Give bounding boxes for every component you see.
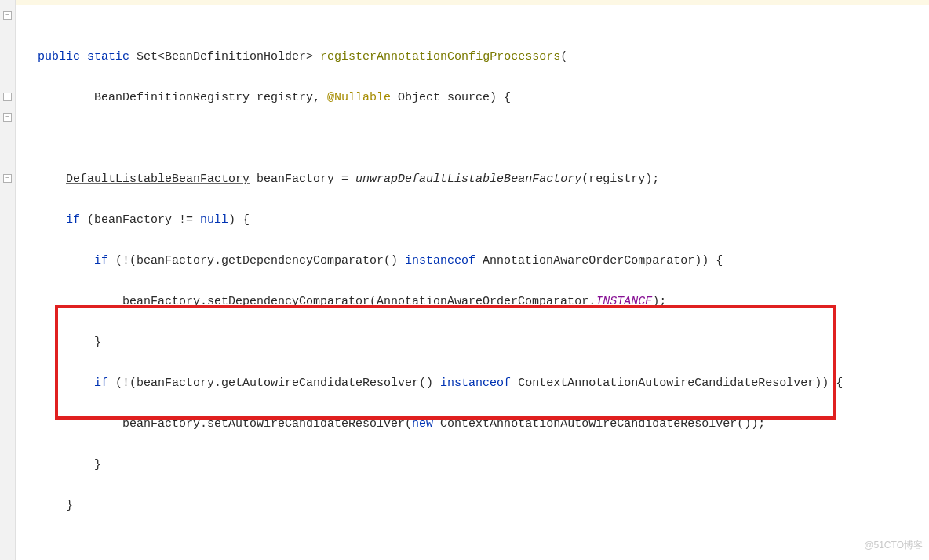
indent — [38, 213, 66, 227]
code-editor[interactable]: – – – – public static Set<BeanDefinition… — [0, 0, 929, 560]
code-line[interactable]: if (!(beanFactory.getDependencyComparato… — [38, 251, 929, 271]
indent — [38, 295, 122, 308]
indent — [38, 91, 94, 104]
keyword: public — [38, 50, 80, 64]
text: ContextAnnotationAutowireCandidateResolv… — [433, 417, 765, 431]
indent — [38, 173, 66, 186]
static-field: INSTANCE — [596, 295, 652, 308]
indent — [38, 336, 94, 349]
method-name: registerAnnotationConfigProcessors — [320, 50, 560, 64]
indent — [38, 417, 122, 431]
code-line[interactable]: beanFactory.setAutowireCandidateResolver… — [38, 414, 929, 435]
text: (beanFactory != — [80, 213, 200, 227]
code-line[interactable]: } — [38, 496, 929, 516]
code-line[interactable]: beanFactory.setDependencyComparator(Anno… — [38, 292, 929, 312]
brace: } — [94, 336, 101, 349]
brace: } — [94, 458, 101, 471]
keyword: new — [412, 417, 433, 431]
gutter: – – – – — [0, 0, 16, 560]
code-line[interactable]: public static Set<BeanDefinitionHolder> … — [38, 47, 929, 67]
text: ); — [652, 295, 666, 308]
annotation: @Nullable — [327, 91, 391, 104]
fold-marker-icon[interactable]: – — [3, 11, 12, 20]
watermark: @51CTO博客 — [864, 535, 923, 555]
keyword: if — [66, 213, 80, 227]
code-area[interactable]: public static Set<BeanDefinitionHolder> … — [16, 0, 929, 560]
code-line[interactable] — [38, 536, 929, 557]
text: ContextAnnotationAutowireCandidateResolv… — [511, 376, 843, 390]
keyword: instanceof — [405, 254, 475, 267]
static-method-call: unwrapDefaultListableBeanFactory — [355, 173, 581, 186]
text: AnnotationAwareOrderComparator)) { — [475, 254, 723, 267]
param: BeanDefinitionRegistry registry, — [94, 91, 327, 104]
code-line[interactable]: } — [38, 455, 929, 475]
code-line[interactable]: DefaultListableBeanFactory beanFactory =… — [38, 169, 929, 190]
text: (registry); — [581, 173, 659, 186]
text: ) { — [228, 213, 250, 227]
text: beanFactory.setAutowireCandidateResolver… — [122, 417, 412, 431]
text: beanFactory.setDependencyComparator(Anno… — [122, 295, 596, 308]
indent — [38, 458, 94, 471]
paren: ( — [560, 50, 567, 64]
text: beanFactory = — [250, 173, 355, 186]
text: (!(beanFactory.getDependencyComparator() — [108, 254, 405, 267]
param: Object source) { — [391, 91, 511, 104]
indent — [38, 376, 94, 390]
code-line[interactable]: if (!(beanFactory.getAutowireCandidateRe… — [38, 373, 929, 394]
keyword: null — [200, 213, 228, 227]
code-line[interactable]: BeanDefinitionRegistry registry, @Nullab… — [38, 88, 929, 108]
code-line[interactable]: } — [38, 333, 929, 353]
brace: } — [66, 499, 73, 512]
keyword: if — [94, 376, 108, 390]
fold-marker-icon[interactable]: – — [3, 113, 12, 122]
keyword: instanceof — [440, 376, 511, 390]
keyword: if — [94, 254, 108, 267]
indent — [38, 254, 94, 267]
indent — [38, 499, 66, 512]
fold-marker-icon[interactable]: – — [3, 93, 12, 101]
code-line[interactable] — [38, 129, 929, 149]
text: (!(beanFactory.getAutowireCandidateResol… — [108, 376, 440, 390]
keyword: static — [87, 50, 129, 64]
type-link[interactable]: DefaultListableBeanFactory — [66, 173, 250, 186]
code-line[interactable]: if (beanFactory != null) { — [38, 210, 929, 231]
fold-marker-icon[interactable]: – — [3, 174, 12, 183]
return-type: Set<BeanDefinitionHolder> — [129, 50, 320, 64]
